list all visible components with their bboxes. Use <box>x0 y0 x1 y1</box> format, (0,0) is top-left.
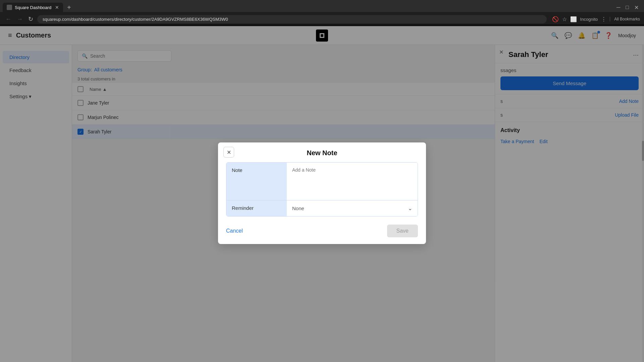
modal-reminder-row: Reminder None ⌄ <box>226 200 418 216</box>
profile-icon[interactable]: ⬜ <box>570 16 577 22</box>
reminder-chevron-icon: ⌄ <box>408 205 412 212</box>
modal-close-icon: ✕ <box>227 149 231 156</box>
back-button[interactable]: ← <box>4 14 13 24</box>
modal-header: ✕ New Note <box>218 142 426 162</box>
browser-tab-active[interactable]: Square Dashboard ✕ <box>3 3 63 12</box>
new-note-modal: ✕ New Note Note Reminder None <box>218 142 426 244</box>
note-field <box>287 163 418 200</box>
note-label: Note <box>226 163 287 200</box>
cancel-button[interactable]: Cancel <box>226 228 243 234</box>
bookmarks-label: All Bookmarks <box>610 17 640 21</box>
modal-note-row: Note <box>226 163 418 200</box>
extensions-icon[interactable]: ⋮ <box>601 16 606 22</box>
modal-overlay: ✕ New Note Note Reminder None <box>0 24 644 362</box>
new-tab-button[interactable]: + <box>64 4 74 11</box>
modal-close-button[interactable]: ✕ <box>223 147 234 158</box>
browser-chrome: Square Dashboard ✕ + ─ □ ✕ ← → ↻ 🚫 ☆ ⬜ I… <box>0 0 644 26</box>
incognito-label: Incognito <box>580 17 598 22</box>
save-button[interactable]: Save <box>387 225 418 237</box>
tab-favicon <box>7 5 12 10</box>
maximize-button[interactable]: □ <box>626 4 629 10</box>
reload-button[interactable]: ↻ <box>27 14 35 24</box>
tab-close-button[interactable]: ✕ <box>55 5 59 10</box>
reminder-label: Reminder <box>226 200 287 216</box>
modal-table: Note Reminder None ⌄ <box>226 162 418 217</box>
star-icon[interactable]: ☆ <box>562 16 567 22</box>
reminder-select[interactable]: None ⌄ <box>292 205 412 212</box>
url-bar[interactable] <box>37 15 547 23</box>
modal-title: New Note <box>307 149 337 157</box>
modal-body: Note Reminder None ⌄ <box>218 162 426 219</box>
reminder-value: None <box>292 205 304 211</box>
close-button[interactable]: ✕ <box>634 4 639 11</box>
note-textarea[interactable] <box>292 167 412 194</box>
tab-title: Square Dashboard <box>15 5 51 10</box>
minimize-button[interactable]: ─ <box>616 4 620 10</box>
reminder-field: None ⌄ <box>287 200 418 216</box>
camera-off-icon: 🚫 <box>552 16 559 22</box>
forward-button[interactable]: → <box>15 14 24 24</box>
modal-footer: Cancel Save <box>218 219 426 244</box>
browser-actions: 🚫 ☆ ⬜ Incognito ⋮ All Bookmarks <box>552 16 640 22</box>
browser-tab-bar: Square Dashboard ✕ + ─ □ ✕ <box>0 0 644 12</box>
